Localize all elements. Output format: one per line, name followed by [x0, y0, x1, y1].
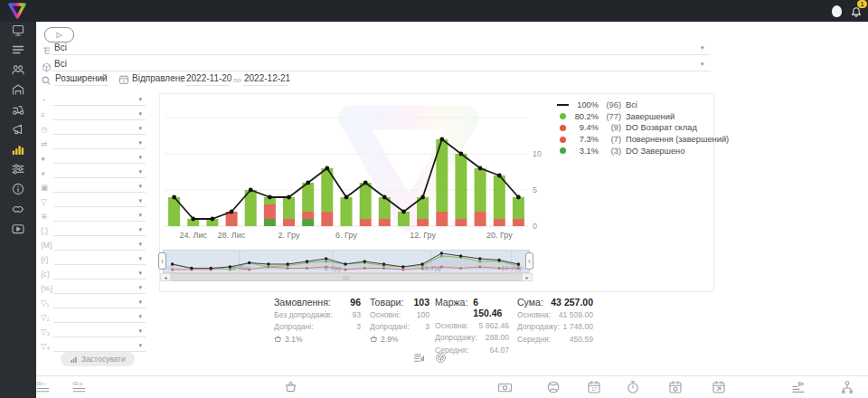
toolbar-calendar-event-button[interactable] [668, 380, 684, 395]
sidebar-item-delivery[interactable] [0, 101, 36, 121]
products-view-toggle[interactable] [435, 351, 447, 367]
partners-icon [11, 202, 25, 220]
braces-pct-dropdown[interactable]: ▾ [53, 281, 146, 294]
status-wheel-dropdown[interactable]: ▾ [53, 93, 146, 106]
list-edit-dropdown[interactable]: ▾ [53, 108, 146, 120]
route-dropdown[interactable]: ▾ [53, 137, 146, 149]
stats-column-3: Сума:43 257.00Основна:41 509.00Допродажу… [517, 297, 593, 355]
funnel-7-icon: ▽ [41, 196, 53, 207]
app-logo-icon[interactable] [6, 2, 28, 24]
toolbar-orders-summary-button[interactable]: ID— [35, 380, 51, 395]
date-to-input[interactable]: 2022-12-21 [244, 73, 290, 83]
chart-brush-series: 28. Лис6. Гру13. Гру19. Гру [163, 251, 528, 276]
legend-count: (3) [599, 147, 621, 156]
legend-item-1[interactable]: 80.2%(77)Завершений [553, 111, 729, 123]
legend-percent: 80.2% [571, 112, 599, 121]
date-from-input[interactable]: 2022-11-20 [186, 73, 231, 83]
toolbar-calendar-date-button[interactable]: 17 [587, 380, 602, 395]
sidebar-item-dashboard[interactable] [0, 22, 36, 42]
sidebar-item-partners[interactable] [0, 201, 36, 221]
sidebar-item-video[interactable] [0, 221, 36, 241]
coin-dropdown[interactable]: ▾ [53, 151, 146, 164]
stat-sub-label: Без допродажів: [274, 310, 333, 319]
toolbar-affiliate-button[interactable] [840, 380, 855, 395]
view-toggles [413, 351, 447, 367]
funnel-sub-2-dropdown[interactable]: ▾ [53, 310, 146, 323]
sidebar-item-marketing[interactable] [0, 121, 36, 141]
toolbar-basket-button[interactable] [284, 380, 299, 395]
toolbar-report-button[interactable] [791, 380, 807, 395]
toolbar-payments-button[interactable] [497, 380, 513, 395]
braces-r-dropdown[interactable]: ▾ [53, 252, 146, 265]
date-to-underline [243, 85, 288, 86]
left-icon-rail [0, 22, 36, 398]
app-window: 1 ▷ Всі ▾ Всі ▾ Розширений ▾ Відправлене… [0, 0, 868, 398]
legend-count: (96) [599, 100, 621, 109]
pie-dropdown[interactable]: ▾ [53, 166, 146, 178]
legend-item-2[interactable]: 9.4%(9)DO Возврат склад [553, 122, 729, 134]
chevron-down-icon: ▾ [138, 154, 142, 161]
sidebar-item-warehouse[interactable] [0, 81, 36, 101]
info-icon [11, 182, 25, 200]
apply-filters-button[interactable]: Застосувати [61, 352, 135, 366]
brush-handle-left[interactable]: ‖ [158, 252, 166, 270]
funnel-sub-3-dropdown[interactable]: ▾ [53, 325, 146, 337]
sidebar-item-customers[interactable] [0, 62, 36, 81]
braces-m-dropdown[interactable]: ▾ [53, 238, 146, 251]
payments-icon [497, 383, 513, 398]
avatar-icon[interactable] [832, 5, 842, 17]
card-dropdown[interactable]: ▾ [53, 180, 146, 193]
stat-sub-value: 100 [417, 310, 429, 319]
toolbar-products-sphere-button[interactable] [546, 380, 561, 395]
play-icon: ▷ [56, 31, 61, 39]
globe-dropdown[interactable]: ▾ [53, 209, 146, 222]
legend-percent: 100% [571, 100, 599, 109]
stat-sub-value: 288.00 [486, 333, 509, 342]
legend-percent: 3.1% [571, 147, 599, 156]
legend-item-3[interactable]: 7.3%(7)Повернення (завершений) [553, 134, 729, 146]
report-icon [791, 382, 806, 397]
orders-icon [11, 43, 25, 61]
sidebar-item-orders[interactable] [0, 42, 36, 62]
filter-row-list-edit: ≡▾ [41, 106, 146, 120]
chevron-down-icon[interactable]: ▾ [101, 75, 105, 82]
sidebar-item-settings[interactable] [0, 161, 36, 181]
products-sphere-icon [546, 382, 561, 397]
chevron-down-icon[interactable]: ▾ [701, 44, 704, 52]
funnel-sub-4-dropdown[interactable]: ▾ [53, 339, 146, 352]
svg-text:28. Лис: 28. Лис [218, 231, 246, 240]
product-filter-value[interactable]: Всі [54, 59, 67, 69]
toolbar-timer-button[interactable] [626, 380, 641, 395]
date-type-select[interactable]: Відправлене [132, 73, 185, 83]
sidebar-item-info[interactable] [0, 181, 36, 201]
chevron-down-icon[interactable]: ▾ [701, 61, 704, 68]
stat-value: 43 257.00 [551, 297, 593, 308]
notifications-bell-icon[interactable]: 1 [850, 3, 864, 19]
filter-row-braces-pct: {%}▾ [41, 280, 146, 294]
toolbar-orders-detail-button[interactable]: ID-o [71, 380, 87, 395]
funnel-7-dropdown[interactable]: ▾ [53, 194, 146, 207]
funnel-sub-1-dropdown[interactable]: ▾ [53, 296, 146, 308]
legend-count: (77) [599, 112, 621, 121]
sidebar-item-analytics[interactable] [0, 141, 36, 161]
legend-item-4[interactable]: 3.1%(3)DO Завершено [553, 145, 729, 156]
toolbar-calendar-export-button[interactable] [712, 380, 727, 395]
brush-handle-right[interactable]: ‖ [525, 252, 533, 270]
stat-sub-value: 3 [356, 322, 361, 331]
search-icon[interactable] [41, 73, 52, 90]
legend-item-0[interactable]: 100%(96)Всі [553, 100, 729, 111]
search-mode-select[interactable]: Розширений [55, 73, 108, 83]
chevron-down-icon[interactable]: ▾ [170, 75, 174, 82]
orders-chart[interactable]: 051024. Лис28. Лис2. Гру6. Гру12. Гру20.… [163, 98, 552, 246]
chevron-down-icon: ▾ [138, 298, 142, 306]
orders-view-toggle[interactable] [413, 351, 425, 367]
stat-sub-value: 450.59 [570, 335, 593, 344]
chevron-down-icon: ▾ [138, 284, 142, 291]
svg-text:5: 5 [533, 185, 537, 194]
stat-sub-label: Основна: [435, 321, 468, 330]
status-filter-value[interactable]: Всі [54, 43, 67, 52]
video-help-button[interactable]: ▷ [44, 27, 74, 43]
braces-dots-dropdown[interactable]: ▾ [53, 223, 146, 236]
braces-c-dropdown[interactable]: ▾ [53, 267, 146, 280]
clock-dropdown[interactable]: ▾ [53, 122, 146, 135]
